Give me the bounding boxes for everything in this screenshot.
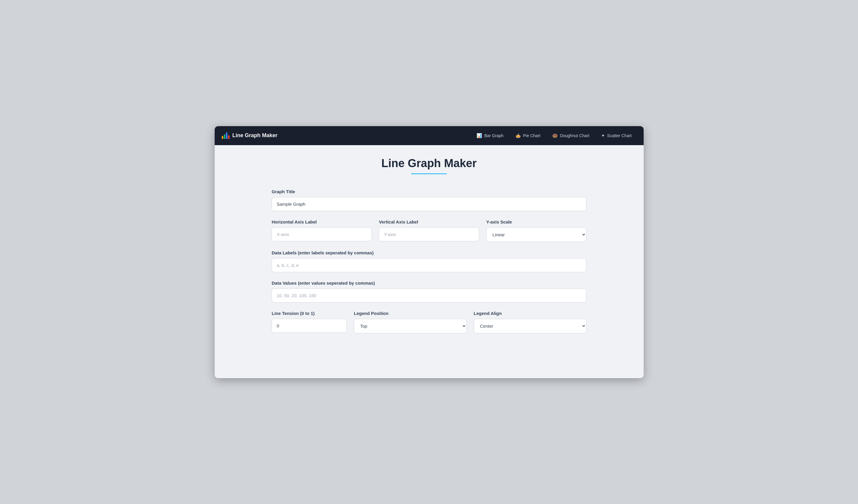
window-frame: Line Graph Maker 📊 Bar Graph 🥧 Pie Chart… <box>214 126 644 378</box>
tension-label: Line Tension (0 to 1) <box>272 311 347 316</box>
navbar: Line Graph Maker 📊 Bar Graph 🥧 Pie Chart… <box>214 126 644 145</box>
pie-chart-label: Pie Chart <box>523 133 540 138</box>
brand-bar-1 <box>222 136 223 139</box>
y-scale-group: Y-axis Scale Linear Logarithmic <box>486 220 586 242</box>
legend-align-label: Legend Align <box>474 311 587 316</box>
bar-graph-icon: 📊 <box>477 133 482 138</box>
bar-graph-label: Bar Graph <box>484 133 504 138</box>
pie-chart-link[interactable]: 🥧 Pie Chart <box>511 131 545 141</box>
data-values-group: Data Values (enter values seperated by c… <box>272 280 586 303</box>
data-labels-label: Data Labels (enter labels seperated by c… <box>272 250 586 255</box>
axis-row: Horizontal Axis Label Vertical Axis Labe… <box>272 220 586 242</box>
doughnut-chart-label: Doughnut Chart <box>560 133 589 138</box>
navbar-brand: Line Graph Maker <box>222 132 277 139</box>
y-scale-select[interactable]: Linear Logarithmic <box>486 227 586 242</box>
tension-group: Line Tension (0 to 1) <box>272 311 347 333</box>
legend-align-select[interactable]: Center Start End <box>474 319 587 333</box>
brand-icon <box>222 132 229 139</box>
scatter-chart-icon: ✦ <box>601 133 605 138</box>
bar-graph-link[interactable]: 📊 Bar Graph <box>472 131 508 141</box>
legend-align-group: Legend Align Center Start End <box>474 311 587 333</box>
brand-bar-2 <box>224 134 225 139</box>
v-axis-label: Vertical Axis Label <box>379 220 479 224</box>
page-header: Line Graph Maker <box>272 157 586 174</box>
brand-bar-4 <box>228 135 229 139</box>
data-values-label: Data Values (enter values seperated by c… <box>272 280 586 286</box>
page-title: Line Graph Maker <box>272 157 586 170</box>
legend-pos-group: Legend Position Top Bottom Left Right <box>354 311 467 333</box>
tension-input[interactable] <box>272 319 347 333</box>
legend-pos-label: Legend Position <box>354 311 467 316</box>
page-title-underline <box>411 173 447 174</box>
h-axis-input[interactable] <box>272 227 372 241</box>
doughnut-chart-link[interactable]: 🍩 Doughnut Chart <box>547 131 594 141</box>
form-section: Graph Title Horizontal Axis Label Vertic… <box>272 189 586 333</box>
h-axis-label: Horizontal Axis Label <box>272 220 372 224</box>
data-labels-input[interactable] <box>272 258 586 272</box>
scatter-chart-link[interactable]: ✦ Scatter Chart <box>597 131 636 141</box>
v-axis-group: Vertical Axis Label <box>379 220 479 242</box>
tension-row: Line Tension (0 to 1) Legend Position To… <box>272 311 586 333</box>
data-labels-group: Data Labels (enter labels seperated by c… <box>272 250 586 272</box>
navbar-links: 📊 Bar Graph 🥧 Pie Chart 🍩 Doughnut Chart… <box>472 131 636 141</box>
graph-title-label: Graph Title <box>272 189 586 194</box>
y-scale-label: Y-axis Scale <box>486 220 586 224</box>
main-content: Line Graph Maker Graph Title Horizontal … <box>266 145 592 354</box>
v-axis-input[interactable] <box>379 227 479 241</box>
brand-bar-3 <box>226 132 227 139</box>
graph-title-input[interactable] <box>272 197 586 211</box>
graph-title-group: Graph Title <box>272 189 586 211</box>
data-values-input[interactable] <box>272 289 586 303</box>
brand-title: Line Graph Maker <box>233 132 277 139</box>
legend-pos-select[interactable]: Top Bottom Left Right <box>354 319 467 333</box>
h-axis-group: Horizontal Axis Label <box>272 220 372 242</box>
doughnut-chart-icon: 🍩 <box>552 133 558 138</box>
pie-chart-icon: 🥧 <box>515 133 521 138</box>
scatter-chart-label: Scatter Chart <box>607 133 632 138</box>
